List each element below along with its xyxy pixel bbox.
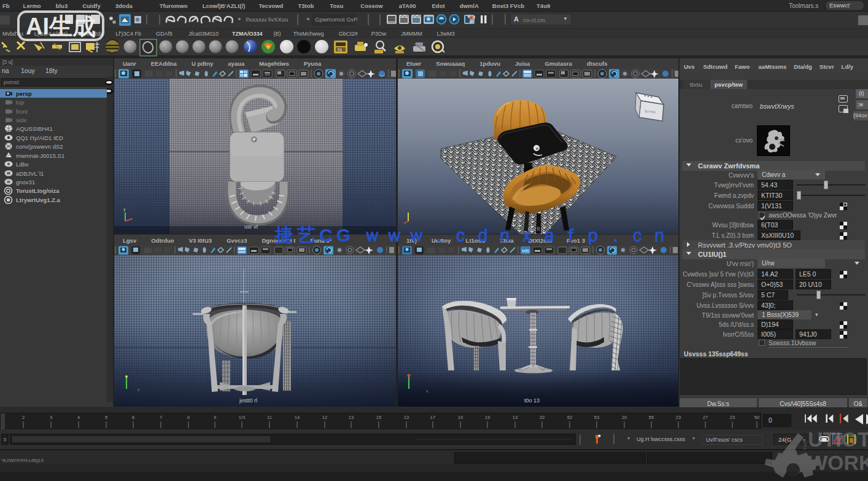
svg-text:19: 19 <box>458 415 463 420</box>
svg-text:x: x <box>426 389 428 393</box>
svg-text:13: 13 <box>513 415 517 420</box>
svg-text:5: 5 <box>105 415 107 420</box>
svg-text:1/3: 1/3 <box>239 415 245 420</box>
svg-text:7: 7 <box>160 415 162 420</box>
svg-text:4: 4 <box>77 415 80 420</box>
svg-text:Bd Rdy: Bd Rdy <box>645 109 656 114</box>
svg-text:23: 23 <box>676 415 681 420</box>
svg-text:0: 0 <box>187 415 190 420</box>
svg-text:3: 3 <box>50 415 52 420</box>
svg-text:9: 9 <box>214 415 216 420</box>
svg-text:WORKS: WORKS <box>808 451 868 474</box>
svg-text:t0o 13: t0o 13 <box>524 397 540 404</box>
svg-text:14: 14 <box>295 415 300 420</box>
svg-text:11: 11 <box>267 415 272 420</box>
svg-text:2: 2 <box>22 415 25 420</box>
svg-text:19: 19 <box>485 415 490 420</box>
svg-text:x: x <box>138 388 140 392</box>
svg-text:jestt0 rl: jestt0 rl <box>239 397 257 404</box>
svg-text:17: 17 <box>430 415 435 420</box>
svg-text:20: 20 <box>540 415 544 420</box>
svg-text:6: 6 <box>132 415 134 420</box>
svg-text:53: 53 <box>594 415 599 420</box>
svg-text:52: 52 <box>567 415 572 420</box>
svg-text:27: 27 <box>703 415 708 420</box>
svg-text:UTIOTI: UTIOTI <box>808 428 868 451</box>
svg-text:y: y <box>123 207 126 212</box>
svg-text:70: 70 <box>337 48 342 52</box>
svg-text:20: 20 <box>622 415 627 420</box>
svg-text:50: 50 <box>754 415 759 420</box>
svg-text:THE: THE <box>802 440 808 450</box>
svg-text:MB: MB <box>522 248 529 254</box>
svg-text:13: 13 <box>404 415 409 420</box>
svg-text:13: 13 <box>349 415 354 420</box>
svg-text:55: 55 <box>649 415 654 420</box>
svg-text:12: 12 <box>322 415 327 420</box>
svg-text:15: 15 <box>376 415 381 420</box>
svg-text:23: 23 <box>730 415 735 420</box>
svg-text:usr vt: usr vt <box>244 224 258 230</box>
